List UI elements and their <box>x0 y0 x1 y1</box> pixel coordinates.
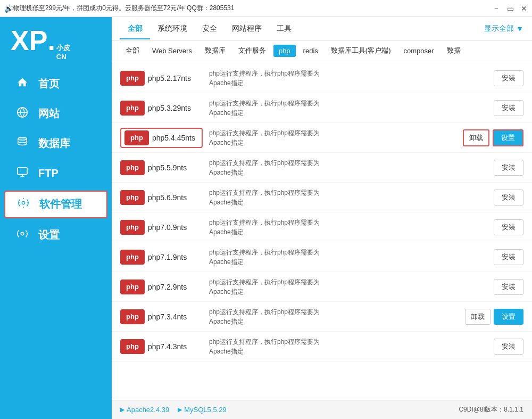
subtab-all[interactable]: 全部 <box>120 44 145 57</box>
database-icon <box>15 136 30 151</box>
subtab-composer[interactable]: composer <box>398 45 439 57</box>
sidebar-item-ftp[interactable]: FTP <box>0 159 112 188</box>
subtab-data[interactable]: 数据 <box>442 44 466 57</box>
php-desc: php运行支持程序，执行php程序需要为Apache指定 <box>203 128 463 147</box>
php-badge: php <box>120 190 145 205</box>
software-item-php5.5.9nts: phpphp5.5.9ntsphp运行支持程序，执行php程序需要为Apache… <box>112 153 532 183</box>
install-button-php7.2.9nts[interactable]: 安装 <box>494 279 523 295</box>
uninstall-button-php7.3.4nts[interactable]: 卸载 <box>465 309 491 325</box>
settings-button-php5.4.45nts[interactable]: 设置 <box>493 129 523 146</box>
php-desc: php运行支持程序，执行php程序需要为Apache指定 <box>203 98 494 118</box>
php-desc: php运行支持程序，执行php程序需要为Apache指定 <box>203 337 494 356</box>
install-button-php7.1.9nts[interactable]: 安装 <box>494 249 523 265</box>
php-name: php7.4.3nts <box>148 342 187 351</box>
install-button-php5.2.17nts[interactable]: 安装 <box>494 70 523 86</box>
window-controls: － ▭ ✕ <box>493 5 528 12</box>
php-name: php7.0.9nts <box>148 223 187 232</box>
svg-point-4 <box>21 232 24 235</box>
sub-tabs: 全部 Web Servers 数据库 文件服务 php redis 数据库工具(… <box>112 40 532 61</box>
home-icon <box>15 77 30 92</box>
svg-point-1 <box>18 137 27 141</box>
subtab-database[interactable]: 数据库 <box>200 44 231 57</box>
install-button-php5.3.29nts[interactable]: 安装 <box>494 100 523 116</box>
subtab-webservers[interactable]: Web Servers <box>147 45 197 57</box>
software-item-php7.2.9nts: phpphp7.2.9ntsphp运行支持程序，执行php程序需要为Apache… <box>112 272 532 302</box>
apache-link[interactable]: ▶ Apache2.4.39 <box>120 406 169 414</box>
install-button-php7.4.3nts[interactable]: 安装 <box>494 339 523 355</box>
software-item-php7.0.9nts: phpphp7.0.9ntsphp运行支持程序，执行php程序需要为Apache… <box>112 212 532 242</box>
install-button-php5.5.9nts[interactable]: 安装 <box>494 160 523 176</box>
settings-button-php7.3.4nts[interactable]: 设置 <box>494 309 523 325</box>
sidebar-item-home[interactable]: 首页 <box>0 69 112 99</box>
content-area: 全部 系统环境 安全 网站程序 工具 显示全部 ▼ 全部 Web Servers… <box>112 17 532 419</box>
titlebar: 🔊 物理机低至299元/年，拼团成功0元得。云服务器低至72元/年 QQ群：28… <box>0 0 532 17</box>
software-icon <box>16 197 31 212</box>
maximize-button[interactable]: ▭ <box>506 5 514 12</box>
tab-all[interactable]: 全部 <box>120 19 150 39</box>
uninstall-button-php5.4.45nts[interactable]: 卸载 <box>463 129 489 146</box>
php-desc: php运行支持程序，执行php程序需要为Apache指定 <box>203 307 465 326</box>
arrow-icon-apache: ▶ <box>120 406 124 413</box>
software-item-php5.6.9nts: phpphp5.6.9ntsphp运行支持程序，执行php程序需要为Apache… <box>112 183 532 212</box>
name-wrapper-php5.2.17nts: phpphp5.2.17nts <box>120 71 203 86</box>
sidebar-label-settings: 设置 <box>38 228 60 242</box>
php-badge: php <box>120 309 145 324</box>
speaker-icon: 🔊 <box>4 4 13 13</box>
subtab-php[interactable]: php <box>273 45 296 57</box>
software-list: phpphp5.2.17ntsphp运行支持程序，执行php程序需要为Apach… <box>112 61 532 400</box>
action-area: 安装 <box>494 219 523 235</box>
sidebar-item-database[interactable]: 数据库 <box>0 129 112 159</box>
action-area: 卸载设置 <box>465 309 523 325</box>
install-button-php5.6.9nts[interactable]: 安装 <box>494 190 523 206</box>
logo-cn: CN <box>56 53 70 62</box>
sidebar-item-settings[interactable]: 设置 <box>0 220 112 250</box>
sidebar-label-database: 数据库 <box>38 136 70 151</box>
settings-icon <box>15 228 30 243</box>
svg-point-3 <box>22 201 25 204</box>
chevron-down-icon: ▼ <box>516 24 523 33</box>
svg-rect-2 <box>18 168 27 175</box>
software-item-php5.3.29nts: phpphp5.3.29ntsphp运行支持程序，执行php程序需要为Apach… <box>112 93 532 123</box>
software-item-php5.4.45nts: phpphp5.4.45ntsphp运行支持程序，执行php程序需要为Apach… <box>112 123 532 153</box>
subtab-dbtools[interactable]: 数据库工具(客户端) <box>326 44 396 57</box>
show-all-button[interactable]: 显示全部 ▼ <box>484 24 523 34</box>
mysql-link[interactable]: ▶ MySQL5.5.29 <box>178 406 227 414</box>
subtab-fileservice[interactable]: 文件服务 <box>233 44 271 57</box>
main-layout: XP . 小皮 CN 首页 网站 <box>0 17 532 419</box>
php-name: php5.2.17nts <box>148 74 191 83</box>
arrow-icon-mysql: ▶ <box>178 406 182 413</box>
install-button-php7.0.9nts[interactable]: 安装 <box>494 219 523 235</box>
sidebar: XP . 小皮 CN 首页 网站 <box>0 17 112 419</box>
php-name: php5.5.9nts <box>148 163 187 172</box>
subtab-redis[interactable]: redis <box>298 45 323 57</box>
action-area: 安装 <box>494 160 523 176</box>
php-desc: php运行支持程序，执行php程序需要为Apache指定 <box>203 248 494 267</box>
logo-dot: . <box>47 27 55 54</box>
php-name: php5.4.45nts <box>152 134 195 142</box>
name-wrapper-php5.4.45nts: phpphp5.4.45nts <box>120 128 203 148</box>
php-desc: php运行支持程序，执行php程序需要为Apache指定 <box>203 218 494 237</box>
minimize-button[interactable]: － <box>493 5 500 12</box>
php-name: php7.2.9nts <box>148 283 187 291</box>
php-badge: php <box>120 250 145 265</box>
name-wrapper-php5.5.9nts: phpphp5.5.9nts <box>120 160 203 175</box>
close-button[interactable]: ✕ <box>520 5 528 12</box>
php-desc: php运行支持程序，执行php程序需要为Apache指定 <box>203 188 494 207</box>
apache-label: Apache2.4.39 <box>127 406 169 414</box>
action-area: 安装 <box>494 279 523 295</box>
tab-sysenv[interactable]: 系统环境 <box>150 19 195 39</box>
php-desc: php运行支持程序，执行php程序需要为Apache指定 <box>203 158 494 177</box>
software-item-php7.4.3nts: phpphp7.4.3ntsphp运行支持程序，执行php程序需要为Apache… <box>112 332 532 362</box>
php-name: php5.6.9nts <box>148 193 187 202</box>
tab-webapp[interactable]: 网站程序 <box>225 19 269 39</box>
logo-area: XP . 小皮 CN <box>0 17 112 69</box>
tab-security[interactable]: 安全 <box>195 19 225 39</box>
php-desc: php运行支持程序，执行php程序需要为Apache指定 <box>203 277 494 297</box>
sidebar-item-software[interactable]: 软件管理 <box>4 191 107 218</box>
tab-tools[interactable]: 工具 <box>269 19 299 39</box>
action-area: 安装 <box>494 190 523 206</box>
announce-text: 物理机低至299元/年，拼团成功0元得。云服务器低至72元/年 QQ群：2805… <box>13 4 493 13</box>
sidebar-item-website[interactable]: 网站 <box>0 99 112 129</box>
php-badge: php <box>120 220 145 235</box>
sidebar-label-home: 首页 <box>38 77 60 91</box>
